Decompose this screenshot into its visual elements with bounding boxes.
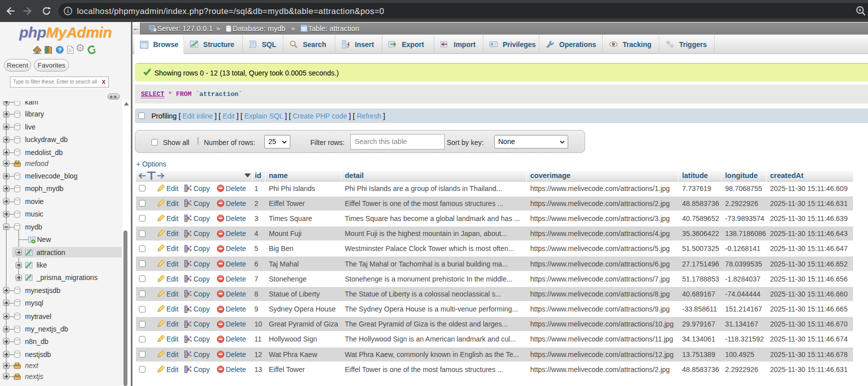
svg-text:?: ? bbox=[58, 47, 61, 53]
